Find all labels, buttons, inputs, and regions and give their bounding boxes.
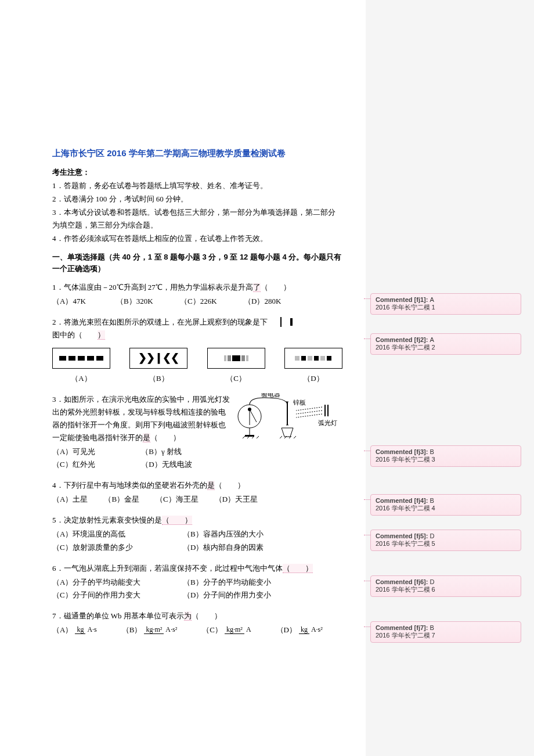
- comment-author: Commented [fj4]:: [376, 497, 430, 504]
- q7-opt-c: （C） kg·m²A: [202, 624, 252, 636]
- instruction-line: 2．试卷满分 100 分，考试时间 60 分钟。: [52, 193, 342, 206]
- q6-opt-c: （C）分子间的作用力变大: [52, 589, 183, 602]
- comment-body: 2016 学年长宁二模 7: [376, 631, 516, 640]
- svg-line-12: [296, 411, 322, 414]
- comment-answer: B: [430, 624, 434, 631]
- svg-line-13: [296, 414, 322, 417]
- q4-opt-c: （C）海王星: [156, 493, 199, 506]
- svg-text:验电器: 验电器: [261, 393, 280, 398]
- q6-blank: （ ）: [283, 564, 313, 573]
- q6-opt-a: （A）分子的平均动能变大: [52, 576, 183, 589]
- q1-opt-b: （B）320K: [116, 295, 180, 308]
- q5-stem: 5．决定放射性元素衰变快慢的是: [52, 516, 162, 524]
- svg-line-11: [296, 407, 322, 411]
- q3-stem: 3．如图所示，在演示光电效应的实验中，用弧光灯发出的紫外光照射锌板，发现与锌板导…: [52, 395, 230, 442]
- instruction-line: 1．答题前，务必在试卷与答题纸上填写学校、姓名、准考证号。: [52, 179, 342, 192]
- comment-bubble[interactable]: Commented [fj1]: A2016 学年长宁二模 1: [370, 293, 521, 315]
- q4-stem: 4．下列行星中有与地球类似的坚硬岩石外壳的: [52, 481, 207, 489]
- comment-author: Commented [fj3]:: [376, 448, 430, 455]
- q7-opt-b: （B） kg·m²A·s²: [122, 624, 179, 636]
- comment-answer: A: [430, 336, 434, 343]
- pattern-a-label: （A）: [52, 372, 110, 385]
- pattern-d-label: （D）: [284, 372, 342, 385]
- instructions-block: 考生注意： 1．答题前，务必在试卷与答题纸上填写学校、姓名、准考证号。 2．试卷…: [52, 166, 342, 246]
- question-4: 4．下列行星中有与地球类似的坚硬岩石外壳的是（ ） （A）土星 （B）金星 （C…: [52, 479, 342, 506]
- q1-opt-a: （A）47K: [52, 295, 116, 308]
- q1-opt-d: （D）280K: [244, 295, 308, 308]
- exam-title: 上海市长宁区 2016 学年第二学期高三物理教学质量检测试卷: [52, 148, 342, 159]
- comment-body: 2016 学年长宁二模 3: [376, 455, 516, 464]
- comment-author: Commented [fj1]:: [376, 296, 430, 303]
- comment-author: Commented [fj7]:: [376, 624, 430, 631]
- comment-bubble[interactable]: Commented [fj3]: B2016 学年长宁二模 3: [370, 445, 521, 467]
- q6-opt-b: （B）分子的平均动能变小: [183, 576, 313, 589]
- question-3: 3．如图所示，在演示光电效应的实验中，用弧光灯发出的紫外光照射锌板，发现与锌板导…: [52, 393, 342, 471]
- svg-line-3: [250, 409, 257, 422]
- comment-bubble[interactable]: Commented [fj4]: B2016 学年长宁二模 4: [370, 494, 521, 516]
- comment-body: 2016 学年长宁二模 5: [376, 539, 516, 548]
- comment-bubble[interactable]: Commented [fj6]: D2016 学年长宁二模 6: [370, 575, 521, 597]
- q5-opt-a: （A）环境温度的高低: [52, 528, 183, 541]
- comment-answer: B: [430, 497, 434, 504]
- instruction-line: 4．作答必须涂或写在答题纸上相应的位置，在试卷上作答无效。: [52, 232, 342, 245]
- comments-pane: Commented [fj1]: A2016 学年长宁二模 1Commented…: [366, 0, 534, 756]
- q4-highlight: 是: [207, 481, 215, 490]
- comment-bubble[interactable]: Commented [fj5]: D2016 学年长宁二模 5: [370, 530, 521, 551]
- q1-stem: 1．气体温度由－20℃升高到 27℃，用热力学温标表示是升高: [52, 283, 253, 291]
- q5-blank: （ ）: [162, 516, 192, 525]
- comment-answer: A: [430, 296, 434, 303]
- q7-blank: （ ）: [192, 611, 222, 620]
- comment-body: 2016 学年长宁二模 2: [376, 343, 516, 352]
- q3-opt-d: （D）无线电波: [141, 458, 228, 471]
- comment-author: Commented [fj6]:: [376, 578, 430, 585]
- q5-opt-b: （B）容器内压强的大小: [183, 528, 313, 541]
- pattern-d-figure: [284, 348, 342, 369]
- question-2: 2．将激光束照在如图所示的双缝上，在光屏上观察到的现象是下图中的（ ） （A） …: [52, 316, 342, 384]
- question-1: 1．气体温度由－20℃升高到 27℃，用热力学温标表示是升高了（ ） （A）47…: [52, 281, 342, 308]
- q4-opt-d: （D）天王星: [215, 493, 258, 506]
- comment-author: Commented [fj2]:: [376, 336, 430, 343]
- comment-bubble[interactable]: Commented [fj2]: A2016 学年长宁二模 2: [370, 333, 521, 355]
- q2-stem: 2．将激光束照在如图所示的双缝上，在光屏上观察到的现象是下图中的（: [52, 318, 268, 339]
- pattern-a-figure: [52, 348, 110, 369]
- q4-opt-b: （B）金星: [104, 493, 139, 506]
- svg-rect-8: [287, 402, 288, 425]
- document-body: 上海市长宁区 2016 学年第二学期高三物理教学质量检测试卷 考生注意： 1．答…: [0, 0, 366, 756]
- instruction-line: 3．本考试分设试卷和答题纸。试卷包括三大部分，第一部分为单项选择题，第二部分为填…: [52, 206, 342, 232]
- comment-answer: D: [430, 578, 435, 585]
- question-7: 7．磁通量的单位 Wb 用基本单位可表示为（ ） （A） kgA·s （B） k…: [52, 610, 342, 636]
- question-5: 5．决定放射性元素衰变快慢的是（ ） （A）环境温度的高低 （B）容器内压强的大…: [52, 514, 342, 553]
- q7-highlight: 为: [184, 611, 192, 621]
- instructions-heading: 考生注意：: [52, 166, 342, 179]
- q7-stem: 7．磁通量的单位 Wb 用基本单位可表示: [52, 611, 184, 620]
- comment-bubble[interactable]: Commented [fj7]: B2016 学年长宁二模 7: [370, 621, 521, 643]
- comment-author: Commented [fj5]:: [376, 532, 430, 539]
- q1-highlight: 了: [253, 283, 261, 292]
- q3-blank: （ ）: [150, 433, 181, 442]
- svg-text:锌板: 锌板: [293, 399, 306, 406]
- q2-highlight: ）: [98, 330, 105, 340]
- comment-answer: D: [430, 532, 435, 539]
- pattern-b-label: （B）: [129, 372, 187, 385]
- q3-opt-c: （C）红外光: [52, 458, 139, 471]
- q5-opt-c: （C）放射源质量的多少: [52, 541, 183, 554]
- comment-body: 2016 学年长宁二模 1: [376, 303, 516, 312]
- section-1-title: 一、单项选择题（共 40 分，1 至 8 题每小题 3 分，9 至 12 题每小…: [52, 251, 342, 276]
- q1-blank: （ ）: [261, 283, 291, 291]
- q7-opt-d: （D） kgA·s²: [276, 624, 324, 636]
- comment-body: 2016 学年长宁二模 6: [376, 585, 516, 594]
- q4-blank: （ ）: [215, 481, 245, 489]
- pattern-c-figure: [207, 348, 265, 369]
- q3-opt-b: （B）γ 射线: [141, 445, 228, 458]
- q6-stem: 6．一气泡从湖底上升到湖面，若温度保持不变，此过程中气泡中气体: [52, 564, 283, 573]
- q1-opt-c: （C）226K: [180, 295, 244, 308]
- pattern-c-label: （C）: [207, 372, 265, 385]
- q3-highlight: 是: [143, 433, 150, 442]
- q7-opt-a: （A） kgA·s: [52, 624, 99, 636]
- comment-answer: B: [430, 448, 434, 455]
- double-slit-figure: [280, 316, 282, 329]
- q5-opt-d: （D）核内部自身的因素: [183, 541, 313, 554]
- photoelectric-figure: 验电器 锌板 弧光灯: [232, 393, 342, 471]
- q4-opt-a: （A）土星: [52, 493, 88, 506]
- q6-opt-d: （D）分子间的作用力变小: [183, 589, 313, 602]
